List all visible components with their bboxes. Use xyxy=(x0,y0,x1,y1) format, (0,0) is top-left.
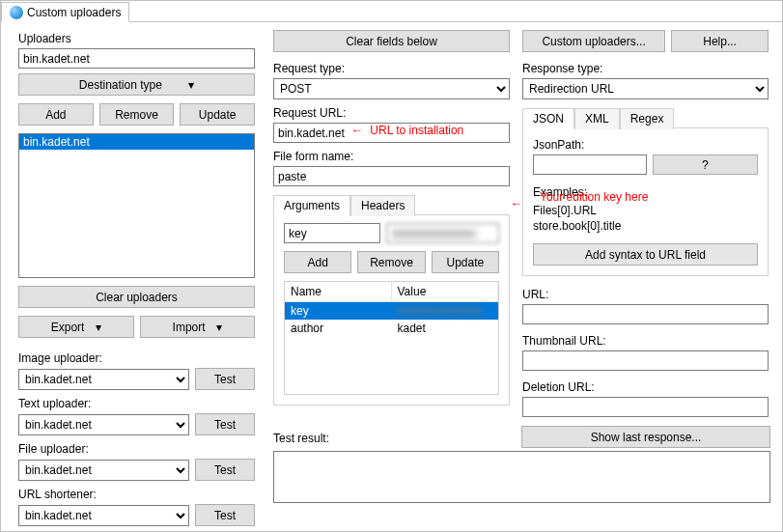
file-form-name-input[interactable] xyxy=(273,166,510,186)
clear-fields-button[interactable]: Clear fields below xyxy=(273,30,510,52)
tab-regex[interactable]: Regex xyxy=(620,108,675,129)
jsonpath-input[interactable] xyxy=(533,154,647,175)
image-uploader-label: Image uploader: xyxy=(18,351,255,365)
uploaders-listbox[interactable]: bin.kadet.net xyxy=(18,133,255,278)
argument-value-input[interactable] xyxy=(386,223,499,243)
uploaders-remove-button[interactable]: Remove xyxy=(99,103,175,126)
image-uploader-test-button[interactable]: Test xyxy=(195,368,255,390)
example-line: Files[0].URL xyxy=(533,203,758,218)
file-uploader-select[interactable]: bin.kadet.net xyxy=(18,460,189,481)
app-tab-strip: Custom uploaders xyxy=(1,1,782,22)
request-type-select[interactable]: POST xyxy=(273,78,510,99)
col-name: Name xyxy=(285,282,392,301)
url-shortener-select[interactable]: bin.kadet.net xyxy=(18,505,189,526)
request-type-label: Request type: xyxy=(273,62,510,75)
text-uploader-select[interactable]: bin.kadet.net xyxy=(18,414,189,435)
image-uploader-select[interactable]: bin.kadet.net xyxy=(18,369,189,390)
url-shortener-label: URL shortener: xyxy=(18,488,255,501)
tab-headers[interactable]: Headers xyxy=(350,195,415,216)
argument-update-button[interactable]: Update xyxy=(432,251,499,273)
deletion-url-input[interactable] xyxy=(522,397,769,417)
thumbnail-url-label: Thumbnail URL: xyxy=(522,334,769,348)
text-uploader-test-button[interactable]: Test xyxy=(195,413,255,435)
response-type-select[interactable]: Redirection URL xyxy=(522,78,769,99)
file-uploader-label: File uploader: xyxy=(18,442,255,456)
examples-block: Examples: Files[0].URL store.book[0].tit… xyxy=(533,184,758,234)
clear-uploaders-button[interactable]: Clear uploaders xyxy=(18,286,255,308)
list-item[interactable]: bin.kadet.net xyxy=(19,134,254,150)
response-panel: Custom uploaders... Help... Response typ… xyxy=(522,30,769,417)
jsonpath-label: JsonPath: xyxy=(533,138,758,152)
arguments-group: Add Remove Update Name Value key ■■■■■■■… xyxy=(273,214,510,406)
col-value: Value xyxy=(392,282,499,301)
request-url-input[interactable] xyxy=(273,123,510,143)
content-area: Uploaders Destination type ▾ Add Remove … xyxy=(1,22,782,531)
example-line: store.book[0].title xyxy=(533,218,758,234)
table-row[interactable]: author kadet xyxy=(285,320,498,337)
json-tabs: JSON XML Regex xyxy=(522,107,769,128)
uploaders-update-button[interactable]: Update xyxy=(180,103,255,126)
thumbnail-url-input[interactable] xyxy=(522,350,769,371)
url-label: URL: xyxy=(522,288,769,301)
uploader-name-input[interactable] xyxy=(18,48,255,69)
import-button[interactable]: Import ▾ xyxy=(140,316,256,338)
globe-icon xyxy=(10,6,23,19)
app-tab-label: Custom uploaders xyxy=(27,6,121,19)
file-form-name-label: File form name: xyxy=(273,150,510,163)
url-shortener-test-button[interactable]: Test xyxy=(195,504,255,526)
help-button[interactable]: Help... xyxy=(671,30,769,52)
show-last-response-button[interactable]: Show last response... xyxy=(521,426,770,448)
request-url-label: Request URL: xyxy=(273,106,510,120)
export-button[interactable]: Export ▾ xyxy=(18,316,134,338)
chevron-down-icon: ▾ xyxy=(96,321,101,334)
json-group: JsonPath: ? Examples: Files[0].URL store… xyxy=(522,127,769,276)
uploaders-label: Uploaders xyxy=(18,32,255,45)
add-syntax-button[interactable]: Add syntax to URL field xyxy=(533,243,758,266)
file-uploader-test-button[interactable]: Test xyxy=(195,459,255,481)
custom-uploaders-button[interactable]: Custom uploaders... xyxy=(522,30,665,52)
jsonpath-help-button[interactable]: ? xyxy=(653,154,759,175)
argument-add-button[interactable]: Add xyxy=(284,251,351,273)
chevron-down-icon: ▾ xyxy=(188,78,194,92)
tab-arguments[interactable]: Arguments xyxy=(273,195,350,216)
uploaders-panel: Uploaders Destination type ▾ Add Remove … xyxy=(18,30,255,526)
arguments-tabs: Arguments Headers xyxy=(273,194,510,215)
arguments-table[interactable]: Name Value key ■■■■■■■■■■■■ author kadet xyxy=(284,281,499,395)
bottom-panel: Test result: Show last response... xyxy=(273,426,770,506)
chevron-down-icon: ▾ xyxy=(216,321,222,334)
app-tab-custom-uploaders[interactable]: Custom uploaders xyxy=(1,2,129,22)
request-panel: Clear fields below Request type: POST Re… xyxy=(273,30,510,406)
test-result-label: Test result: xyxy=(273,432,510,445)
uploaders-add-button[interactable]: Add xyxy=(18,103,94,126)
window: Custom uploaders Uploaders Destination t… xyxy=(0,0,783,532)
examples-label: Examples: xyxy=(533,184,758,200)
tab-xml[interactable]: XML xyxy=(574,108,620,129)
annotation-arrow-icon: ← xyxy=(511,197,522,210)
deletion-url-label: Deletion URL: xyxy=(522,380,769,394)
destination-type-button[interactable]: Destination type ▾ xyxy=(18,73,255,96)
argument-remove-button[interactable]: Remove xyxy=(357,251,425,273)
test-result-textarea[interactable] xyxy=(273,451,770,503)
table-row[interactable]: key ■■■■■■■■■■■■ xyxy=(285,302,498,320)
url-input[interactable] xyxy=(522,304,769,324)
tab-json[interactable]: JSON xyxy=(522,108,574,129)
response-type-label: Response type: xyxy=(522,62,769,75)
argument-name-input[interactable] xyxy=(284,223,380,243)
text-uploader-label: Text uploader: xyxy=(18,397,255,410)
table-header: Name Value xyxy=(285,282,498,302)
